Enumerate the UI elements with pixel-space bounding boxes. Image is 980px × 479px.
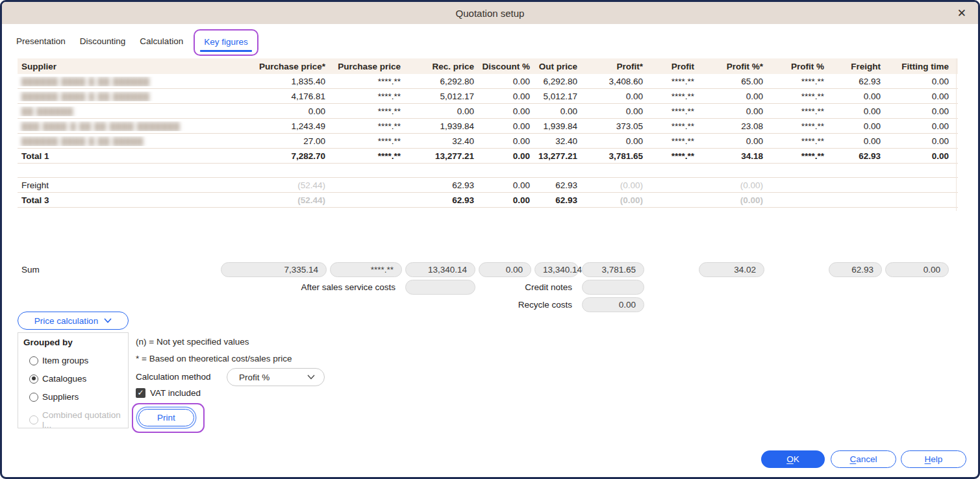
value-cell: 0.00 xyxy=(696,92,764,101)
value-cell: 0.00 xyxy=(882,77,958,86)
value-cell: ****.** xyxy=(644,121,696,131)
calculation-method-label: Calculation method xyxy=(136,372,211,382)
radio-option-item-groups[interactable]: Item groups xyxy=(29,356,123,365)
recycle-costs-row: Recycle costs 0.00 xyxy=(18,297,958,312)
value-cell: ****.** xyxy=(327,136,402,146)
tab-presentation[interactable]: Presentation xyxy=(16,36,66,46)
column-header: Purchase price xyxy=(327,62,402,71)
vat-included-row: ✓ VAT included xyxy=(136,388,201,398)
value-cell: 0.00 xyxy=(825,121,882,131)
value-cell: 6,292.80 xyxy=(402,77,475,86)
quotation-setup-dialog: Quotation setup ✕ Presentation Discounti… xyxy=(0,0,980,479)
value-cell: 1,939.84 xyxy=(531,121,579,131)
calculation-method-value: Profit % xyxy=(239,373,270,382)
radio-option-catalogues[interactable]: Catalogues xyxy=(29,374,123,384)
radio-label: Item groups xyxy=(42,356,88,365)
row-label-cell: ██ ██████ xyxy=(18,106,218,116)
row-label-cell: Total 3 xyxy=(18,195,218,205)
value-cell: 3,408.60 xyxy=(579,77,644,86)
value-cell: ****.** xyxy=(764,92,825,101)
value-cell: 1,939.84 xyxy=(402,121,475,131)
value-cell: 0.00 xyxy=(825,136,882,146)
grouped-by-options: Item groupsCataloguesSuppliersCombined q… xyxy=(23,356,123,430)
value-cell: 62.93 xyxy=(531,180,579,190)
value-cell: 0.00 xyxy=(402,106,475,116)
tab-discounting[interactable]: Discounting xyxy=(80,36,126,46)
column-header: Profit xyxy=(644,62,696,71)
value-cell: ****.** xyxy=(644,77,696,86)
close-icon[interactable]: ✕ xyxy=(957,8,966,19)
value-cell: 5,012.17 xyxy=(531,92,579,101)
annotation-print-highlight: Print xyxy=(132,403,205,433)
price-calculation-dropdown-button[interactable]: Price calculation xyxy=(18,312,129,330)
supplier-row: ██████ ████ █ ██ ██████4,176.81****.**5,… xyxy=(18,89,958,104)
freight-row: Freight(52.44)62.930.0062.93(0.00)(0.00) xyxy=(18,178,958,193)
vat-included-checkbox[interactable]: ✓ xyxy=(136,388,145,398)
value-cell: 0.00 xyxy=(696,106,764,116)
supplier-row: ██████ ████ █ ██ █████27.00****.**32.400… xyxy=(18,134,958,149)
value-cell: 0.00 xyxy=(218,106,327,116)
value-cell: 0.00 xyxy=(579,92,644,101)
price-calculation-label: Price calculation xyxy=(34,316,98,326)
value-cell: 4,176.81 xyxy=(218,92,327,101)
credit-notes-label: Credit notes xyxy=(475,282,579,292)
radio-icon[interactable] xyxy=(29,375,38,384)
value-cell: 0.00 xyxy=(882,92,958,101)
value-cell: ****.** xyxy=(327,106,402,116)
column-header: Out price xyxy=(531,62,579,71)
credit-notes-field xyxy=(582,280,644,295)
sum-field: 34.02 xyxy=(699,262,764,277)
value-cell: 0.00 xyxy=(579,106,644,116)
value-cell: 62.93 xyxy=(825,151,882,161)
value-cell: 373.05 xyxy=(579,121,644,131)
value-cell: ****.** xyxy=(644,136,696,146)
sum-label: Sum xyxy=(18,265,218,275)
column-header: Fitting time xyxy=(882,62,958,71)
supplier-row: ██ ██████0.00****.**0.000.000.000.00****… xyxy=(18,104,958,119)
note-theoretical: * = Based on theoretical cost/sales pric… xyxy=(136,354,292,364)
value-cell: 0.00 xyxy=(825,92,882,101)
value-cell: 0.00 xyxy=(475,136,531,146)
recycle-costs-field: 0.00 xyxy=(582,297,644,312)
value-cell: 65.00 xyxy=(696,77,764,86)
supplier-name-redacted: ██████ ████ █ ██ █████ xyxy=(21,137,144,146)
value-cell: 0.00 xyxy=(825,106,882,116)
after-sales-service-costs-field xyxy=(405,280,475,295)
sum-field: 0.00 xyxy=(479,262,531,277)
calculation-method-dropdown[interactable]: Profit % xyxy=(227,368,325,386)
radio-label: Suppliers xyxy=(42,392,79,402)
help-button[interactable]: Help xyxy=(901,450,966,468)
value-cell: 0.00 xyxy=(475,92,531,101)
column-header: Rec. price xyxy=(402,62,475,71)
value-cell: 0.00 xyxy=(475,106,531,116)
value-cell: 0.00 xyxy=(531,106,579,116)
note-not-specified: (n) = Not yet specified values xyxy=(136,337,292,347)
sum-row: Sum7,335.14****.**13,340.140.0013,340.14… xyxy=(18,262,958,277)
after-sales-service-costs-label: After sales service costs xyxy=(18,282,402,292)
radio-option-suppliers[interactable]: Suppliers xyxy=(29,392,123,402)
sum-field: 62.93 xyxy=(829,262,882,277)
value-cell: 0.00 xyxy=(882,106,958,116)
chevron-down-icon xyxy=(307,375,315,380)
value-cell: ****.** xyxy=(327,77,402,86)
column-header: Profit* xyxy=(579,62,644,71)
value-cell: (52.44) xyxy=(218,180,327,190)
sum-field: 0.00 xyxy=(885,262,949,277)
value-cell: ****.** xyxy=(644,151,696,161)
print-button[interactable]: Print xyxy=(138,409,194,426)
ok-button[interactable]: OK xyxy=(761,450,825,468)
radio-icon[interactable] xyxy=(29,393,38,402)
total1-row: Total 17,282.70****.**13,277.210.0013,27… xyxy=(18,149,958,164)
tab-calculation[interactable]: Calculation xyxy=(140,36,183,46)
tab-key-figures[interactable]: Key figures xyxy=(204,37,248,47)
titlebar: Quotation setup ✕ xyxy=(2,2,978,24)
cancel-button[interactable]: Cancel xyxy=(831,450,896,468)
value-cell: 1,835.40 xyxy=(218,77,327,86)
value-cell: (0.00) xyxy=(579,180,644,190)
value-cell: 0.00 xyxy=(579,136,644,146)
value-cell: (0.00) xyxy=(696,180,764,190)
total3-row: Total 3(52.44)62.930.0062.93(0.00)(0.00) xyxy=(18,193,958,208)
radio-icon[interactable] xyxy=(29,356,38,365)
grouped-by-title: Grouped by xyxy=(23,338,123,347)
value-cell: 7,282.70 xyxy=(218,151,327,161)
